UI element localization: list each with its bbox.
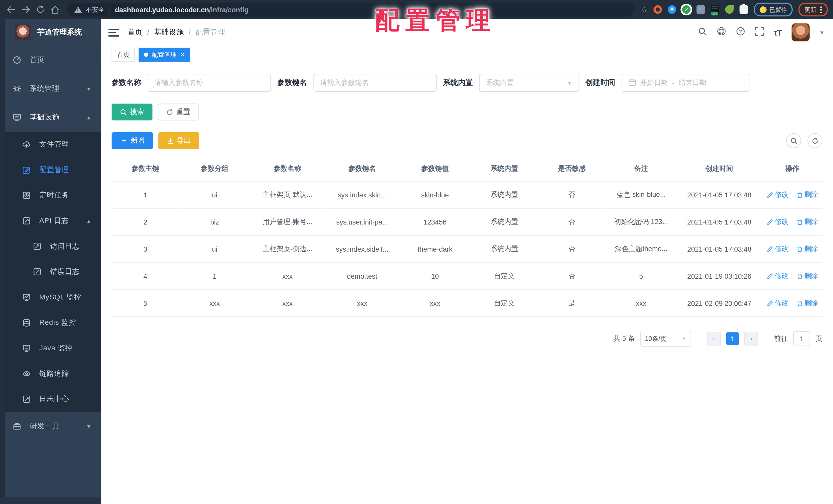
- insecure-warning-icon[interactable]: [74, 6, 82, 13]
- table-row: 1ui 主框架页-默认...sys.index.skin... skin-blu…: [112, 181, 823, 208]
- goto-page-input[interactable]: 1: [793, 331, 810, 346]
- param-name-label: 参数名称: [112, 78, 141, 87]
- sidebar-item-mysql-monitor[interactable]: MySQL 监控: [0, 285, 101, 310]
- edit-link[interactable]: 修改: [767, 298, 788, 308]
- edit-link[interactable]: 修改: [767, 217, 788, 227]
- browser-reload-icon[interactable]: [33, 0, 48, 19]
- sidebar-item-dev-tools[interactable]: 研发工具 ▼: [0, 412, 101, 440]
- paused-badge[interactable]: 已暂停: [754, 3, 793, 16]
- user-avatar[interactable]: [791, 23, 810, 42]
- gear-icon: [13, 84, 21, 93]
- help-icon[interactable]: ?: [736, 27, 745, 39]
- extension-grid-icon[interactable]: [697, 5, 705, 14]
- table-toolbar: ＋ 新增 导出: [112, 132, 823, 149]
- sidebar-item-tracing[interactable]: 链路追踪: [0, 361, 101, 387]
- avatar-caret-icon[interactable]: ▼: [819, 29, 825, 35]
- table-row: 41 xxxdemo.test 10自定义 否5 2021-01-19 03:1…: [112, 262, 823, 290]
- breadcrumb: 首页 / 基础设施 / 配置管理: [127, 28, 225, 37]
- tab-home[interactable]: 首页: [112, 48, 135, 61]
- app-logo-row[interactable]: 芋道管理系统: [0, 19, 101, 46]
- param-name-input[interactable]: 请输入参数名称: [148, 74, 271, 92]
- next-page-button[interactable]: ›: [744, 332, 758, 346]
- param-key-input[interactable]: 请输入参数键名: [313, 74, 437, 92]
- browser-address-bar[interactable]: 不安全 | dashboard.yudao.iocoder.cn /infra/…: [67, 3, 635, 16]
- sidebar-item-redis-monitor[interactable]: Redis 监控: [0, 310, 101, 335]
- edit-link[interactable]: 修改: [767, 271, 788, 281]
- chevron-up-icon: ▲: [86, 218, 91, 224]
- edit-link[interactable]: 修改: [767, 244, 788, 254]
- system-builtin-select[interactable]: 系统内置 ▼: [479, 74, 579, 92]
- extensions-puzzle-icon[interactable]: [740, 5, 748, 14]
- screen: 不安全 | dashboard.yudao.iocoder.cn /infra/…: [0, 0, 833, 504]
- github-icon[interactable]: [717, 27, 726, 39]
- table-row: 3ui 主框架页-侧边...sys.index.sideT... theme-d…: [112, 235, 823, 262]
- extension-leaf-icon[interactable]: [725, 5, 734, 14]
- font-size-icon[interactable]: τT: [774, 28, 782, 37]
- page-suffix: 页: [816, 334, 823, 344]
- sidebar-item-scheduled-tasks[interactable]: 定时任务: [0, 182, 101, 208]
- toggle-search-button[interactable]: [786, 133, 801, 148]
- delete-link[interactable]: 删除: [797, 190, 818, 199]
- browser-extensions: ☆ ✓ 已暂停 更新: [641, 3, 828, 16]
- top-navbar: 首页 / 基础设施 / 配置管理 ?: [101, 19, 833, 46]
- sidebar-item-file-management[interactable]: 文件管理: [0, 132, 101, 157]
- browser-forward-icon[interactable]: [18, 0, 33, 19]
- tab-config-management[interactable]: 配置管理 ✕: [139, 48, 190, 61]
- active-dot: [144, 53, 148, 57]
- search-icon[interactable]: [698, 27, 707, 38]
- filter-form: 参数名称 请输入参数名称 参数键名 请输入参数键名 系统内置 系统内置 ▼ 创建…: [112, 74, 823, 92]
- breadcrumb-home[interactable]: 首页: [127, 28, 142, 37]
- prev-page-button[interactable]: ‹: [707, 332, 721, 346]
- chevron-up-icon: ▲: [86, 114, 91, 120]
- reset-button[interactable]: 重置: [158, 104, 199, 121]
- sidebar-item-access-logs[interactable]: 访问日志: [0, 233, 101, 259]
- log-icon: [22, 217, 31, 225]
- add-button[interactable]: ＋ 新增: [112, 132, 153, 149]
- sidebar-item-error-logs[interactable]: 错误日志: [0, 259, 101, 285]
- sidebar-item-home[interactable]: 首页: [0, 46, 101, 74]
- bookmark-star-icon[interactable]: ☆: [641, 5, 648, 14]
- param-key-label: 参数键名: [278, 78, 307, 87]
- svg-text:?: ?: [739, 29, 742, 34]
- navbar-actions: ? τT ▼: [698, 23, 825, 42]
- url-path: /infra/config: [209, 6, 248, 14]
- sidebar-item-infrastructure[interactable]: 基础设施 ▲: [0, 103, 101, 132]
- log-icon: [33, 242, 42, 251]
- url-domain: dashboard.yudao.iocoder.cn: [115, 6, 209, 14]
- extension-orange-icon[interactable]: [653, 5, 662, 14]
- browser-back-icon[interactable]: [3, 0, 18, 19]
- delete-link[interactable]: 删除: [797, 298, 818, 308]
- date-range-picker[interactable]: 开始日期 - 结束日期: [622, 74, 750, 92]
- search-button[interactable]: 搜索: [112, 104, 152, 121]
- page-size-select[interactable]: 10条/页 ▼: [640, 331, 691, 347]
- refresh-button[interactable]: [807, 133, 822, 148]
- table-header-row: 参数主键 参数分组 参数名称 参数键名 参数键值 系统内置 是否敏感 备注 创建…: [112, 158, 823, 181]
- update-button[interactable]: 更新: [799, 3, 828, 16]
- browser-home-icon[interactable]: [48, 0, 63, 19]
- current-page-button[interactable]: 1: [726, 332, 739, 345]
- edit-link[interactable]: 修改: [767, 190, 788, 199]
- browser-toolbar: 不安全 | dashboard.yudao.iocoder.cn /infra/…: [0, 0, 833, 19]
- fullscreen-icon[interactable]: [755, 27, 764, 38]
- sidebar-item-java-monitor[interactable]: Java 监控: [0, 335, 101, 361]
- extension-check-icon[interactable]: ✓: [682, 5, 691, 14]
- main-area: 首页 / 基础设施 / 配置管理 ?: [101, 19, 833, 504]
- delete-link[interactable]: 删除: [797, 244, 818, 254]
- total-count: 共 5 条: [614, 334, 635, 344]
- extension-cn-icon[interactable]: [711, 5, 719, 14]
- close-tab-icon[interactable]: ✕: [180, 51, 185, 58]
- browser-menu-icon[interactable]: [820, 6, 822, 13]
- sidebar-item-config-management[interactable]: 配置管理: [0, 157, 101, 182]
- sidebar-item-log-center[interactable]: 日志中心: [0, 386, 101, 412]
- sidebar-item-system[interactable]: 系统管理 ▼: [0, 74, 101, 103]
- sidebar-item-api-logs[interactable]: API 日志 ▲: [0, 208, 101, 234]
- menu-fold-icon[interactable]: [108, 28, 119, 36]
- app-logo: [15, 24, 31, 40]
- tags-view-bar: 首页 配置管理 ✕: [101, 46, 833, 65]
- log-icon: [33, 268, 42, 276]
- export-button[interactable]: 导出: [159, 132, 199, 149]
- delete-link[interactable]: 删除: [797, 271, 818, 281]
- delete-link[interactable]: 删除: [797, 217, 818, 227]
- breadcrumb-infrastructure[interactable]: 基础设施: [154, 28, 184, 37]
- extension-pin-icon[interactable]: [668, 5, 676, 14]
